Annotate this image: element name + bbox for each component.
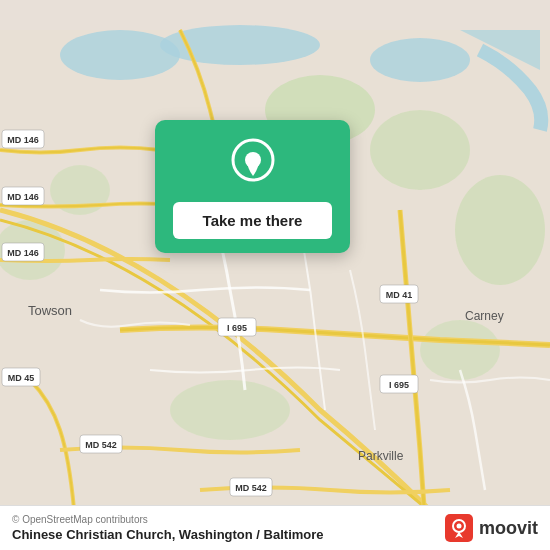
map-background: MD 146 MD 146 MD 146 I 695 I 695 MD 41 M… (0, 0, 550, 550)
svg-point-5 (370, 110, 470, 190)
moovit-text: moovit (479, 518, 538, 539)
svg-point-1 (60, 30, 180, 80)
moovit-brand-icon (445, 514, 473, 542)
copyright-text: © OpenStreetMap contributors (12, 514, 324, 525)
location-title: Chinese Christian Church, Washington / B… (12, 527, 324, 542)
svg-text:I 695: I 695 (227, 323, 247, 333)
bottom-bar: © OpenStreetMap contributors Chinese Chr… (0, 505, 550, 550)
svg-point-6 (455, 175, 545, 285)
svg-text:Parkville: Parkville (358, 449, 404, 463)
bottom-info: © OpenStreetMap contributors Chinese Chr… (12, 514, 324, 542)
location-card: Take me there (155, 120, 350, 253)
svg-text:Towson: Towson (28, 303, 72, 318)
svg-text:MD 41: MD 41 (386, 290, 413, 300)
map-container: MD 146 MD 146 MD 146 I 695 I 695 MD 41 M… (0, 0, 550, 550)
svg-text:MD 146: MD 146 (7, 192, 39, 202)
svg-point-3 (370, 38, 470, 82)
svg-text:I 695: I 695 (389, 380, 409, 390)
svg-point-36 (456, 524, 461, 529)
svg-point-2 (160, 25, 320, 65)
svg-text:MD 146: MD 146 (7, 248, 39, 258)
svg-text:MD 146: MD 146 (7, 135, 39, 145)
moovit-logo: moovit (445, 514, 538, 542)
take-me-there-button[interactable]: Take me there (173, 202, 332, 239)
svg-text:MD 542: MD 542 (235, 483, 267, 493)
svg-text:MD 45: MD 45 (8, 373, 35, 383)
svg-text:MD 542: MD 542 (85, 440, 117, 450)
svg-text:Carney: Carney (465, 309, 504, 323)
svg-point-10 (170, 380, 290, 440)
location-pin-icon (227, 138, 279, 190)
